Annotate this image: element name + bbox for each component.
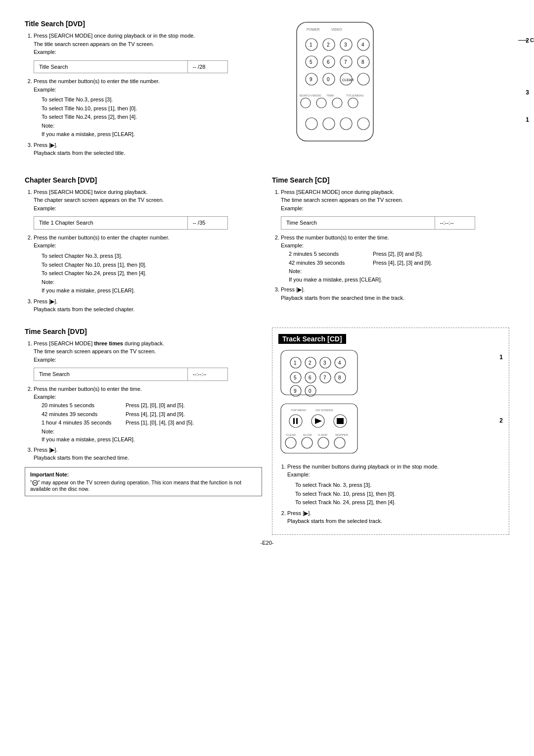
title-search-step3: Press [▶]. Playback starts from the sele…: [34, 141, 262, 157]
callout-clear: CLEAR: [518, 37, 534, 43]
svg-text:S.SKIP: S.SKIP: [318, 433, 327, 436]
time-search-dvd-step3: Press [▶]. Playback starts from the sear…: [34, 446, 262, 462]
svg-point-77: [334, 437, 345, 448]
svg-text:8: 8: [361, 59, 364, 65]
svg-rect-39: [281, 350, 357, 395]
svg-point-76: [318, 437, 329, 448]
time-search-cd-step3: Press [▶]. Playback starts from the sear…: [281, 285, 509, 302]
callout-1: 1: [526, 116, 529, 123]
title-search-examples: To select Title No.3, press [3]. To sele…: [34, 95, 262, 139]
svg-text:5: 5: [310, 59, 312, 65]
svg-text:7: 7: [323, 375, 326, 380]
title-search-section: Title Search [DVD] Press [SEARCH MODE] o…: [25, 20, 262, 171]
svg-text:0: 0: [327, 77, 330, 82]
chapter-search-examples: To select Chapter No.3, press [3]. To se…: [34, 252, 262, 295]
time-search-dvd-step1: Press [SEARCH MODE] three times during p…: [34, 339, 262, 381]
svg-text:1: 1: [294, 360, 297, 366]
time-search-dvd-step2: Press the number button(s) to enter the …: [34, 385, 262, 444]
remote-illustration-top: POWER VIDEO 1 2 3 4 5 6: [272, 20, 509, 171]
svg-point-75: [302, 437, 312, 448]
svg-text:POWER: POWER: [307, 28, 319, 31]
page: Title Search [DVD] Press [SEARCH MODE] o…: [25, 20, 509, 546]
track-search-heading: Track Search [CD]: [278, 334, 346, 344]
svg-text:2: 2: [327, 42, 330, 47]
important-note: Important Note: "" may appear on the TV …: [25, 467, 262, 496]
chapter-search-step1: Press [SEARCH MODE] twice during playbac…: [34, 188, 262, 230]
title-search-box: Title Search -- /28: [34, 60, 228, 74]
title-search-step1: Press [SEARCH MODE] once during playback…: [34, 32, 262, 73]
svg-text:CLEAR: CLEAR: [342, 78, 354, 82]
time-search-dvd-section: Time Search [DVD] Press [SEARCH MODE] th…: [25, 328, 262, 535]
svg-point-30: [316, 98, 326, 108]
chapter-search-section: Chapter Search [DVD] Press [SEARCH MODE]…: [25, 176, 262, 328]
time-search-cd-step1: Press [SEARCH MODE] once during playback…: [281, 188, 509, 230]
track-remote-2: TOP MENU ON SCREEN: [278, 402, 503, 457]
remote-svg-top: POWER VIDEO 1 2 3 4 5 6: [282, 20, 391, 148]
chapter-search-box: Title 1 Chapter Search -- /35: [34, 216, 228, 230]
svg-text:6: 6: [327, 59, 330, 65]
svg-text:SKIPPER: SKIPPER: [335, 433, 349, 436]
svg-text:7: 7: [344, 59, 347, 65]
track-search-step2: Press [▶]. Playback starts from the sele…: [287, 509, 503, 525]
track-remote-1: 1 2 3 4 5 6: [278, 349, 503, 398]
svg-text:6: 6: [309, 375, 312, 380]
svg-point-35: [340, 118, 352, 130]
chapter-search-step2: Press the number button(s) to enter the …: [34, 234, 262, 295]
track-callout-2: 2: [499, 417, 503, 424]
svg-point-63: [289, 415, 302, 427]
svg-rect-69: [337, 418, 344, 424]
svg-text:CLEAR: CLEAR: [286, 433, 296, 436]
time-search-cd-section: Time Search [CD] Press [SEARCH MODE] onc…: [272, 176, 509, 328]
svg-text:4: 4: [338, 360, 341, 366]
svg-rect-64: [293, 418, 295, 424]
svg-text:9: 9: [294, 388, 297, 394]
svg-text:8: 8: [338, 375, 341, 380]
svg-point-29: [301, 98, 311, 108]
svg-text:SLOW: SLOW: [303, 433, 312, 436]
svg-text:SEARCH MODE: SEARCH MODE: [299, 94, 321, 97]
svg-text:ON SCREEN: ON SCREEN: [315, 409, 333, 412]
svg-point-34: [323, 118, 335, 130]
svg-point-36: [357, 118, 369, 130]
time-search-dvd-box: Time Search --:--:--: [34, 368, 228, 381]
svg-text:4: 4: [361, 42, 364, 47]
track-remote-svg-2: TOP MENU ON SCREEN: [278, 402, 375, 457]
title-search-step2: Press the number button(s) to enter the …: [34, 77, 262, 139]
track-search-step1: Press the number buttons during playback…: [287, 463, 503, 507]
svg-text:TRIM: TRIM: [326, 94, 334, 97]
track-callout-1: 1: [499, 354, 503, 361]
title-search-heading: Title Search [DVD]: [25, 20, 262, 28]
time-search-dvd-heading: Time Search [DVD]: [25, 328, 262, 335]
svg-point-25: [357, 73, 369, 85]
svg-text:TOP MENU: TOP MENU: [291, 409, 306, 412]
svg-text:9: 9: [310, 77, 312, 82]
time-search-cd-step2: Press the number button(s) to enter the …: [281, 234, 509, 284]
svg-point-32: [348, 98, 358, 108]
page-number: -E20-: [25, 540, 509, 546]
chapter-search-step3: Press [▶]. Playback starts from the sele…: [34, 297, 262, 314]
svg-text:1: 1: [310, 42, 312, 47]
svg-text:3: 3: [323, 360, 326, 366]
svg-marker-67: [315, 418, 322, 424]
svg-point-31: [332, 98, 342, 108]
svg-text:0: 0: [309, 388, 312, 394]
svg-text:TITLE/MENU: TITLE/MENU: [346, 94, 364, 97]
track-remote-svg-1: 1 2 3 4 5 6: [278, 349, 375, 398]
time-search-cd-heading: Time Search [CD]: [272, 176, 509, 184]
svg-text:3: 3: [344, 42, 347, 47]
chapter-search-heading: Chapter Search [DVD]: [25, 176, 262, 184]
svg-point-33: [306, 118, 317, 130]
track-search-section: Track Search [CD] 1 2: [272, 328, 509, 535]
time-search-cd-box: Time Search --:--:--: [281, 216, 475, 230]
svg-point-74: [285, 437, 296, 448]
svg-text:5: 5: [294, 375, 297, 380]
svg-rect-65: [296, 418, 298, 424]
no-entry-icon: [32, 480, 38, 486]
svg-text:VIDEO: VIDEO: [331, 28, 342, 31]
callout-3: 3: [526, 89, 529, 96]
svg-text:2: 2: [309, 360, 312, 366]
